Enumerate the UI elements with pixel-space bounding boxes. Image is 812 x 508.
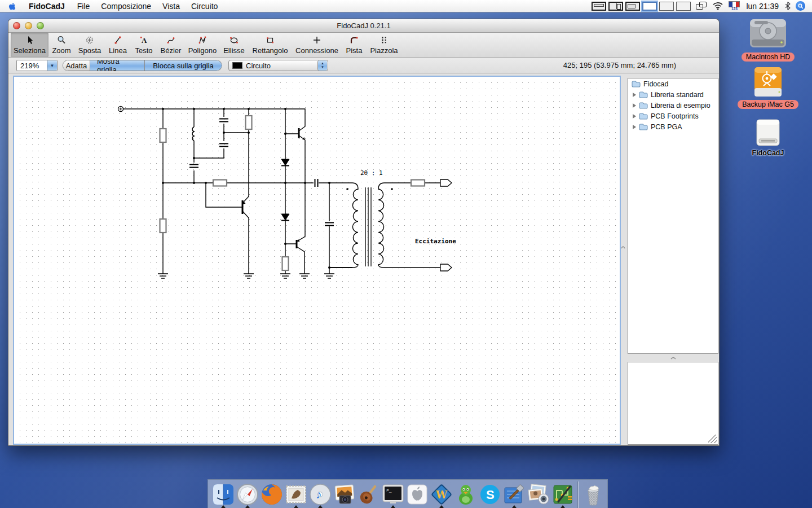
dock-mail[interactable]	[284, 481, 308, 507]
running-indicator	[391, 505, 395, 508]
tool-testo[interactable]: A Testo	[131, 33, 157, 57]
tool-bezier[interactable]: Bézier	[157, 33, 185, 57]
ground-symbols	[158, 274, 334, 278]
snap-grid-button[interactable]: Blocca sulla griglia	[145, 60, 222, 71]
input-terminal	[118, 107, 123, 112]
disclosure-triangle-icon[interactable]	[633, 125, 636, 129]
desktop-icon-macintosh-hd[interactable]: Macintosh HD	[737, 16, 799, 62]
menu-app[interactable]: FidoCadJ	[23, 0, 72, 12]
pager-window-shape	[628, 4, 636, 8]
window-resize-grip[interactable]	[708, 435, 717, 443]
tool-ellisse[interactable]: Ellisse	[220, 33, 248, 57]
layer-select[interactable]: Circuito ▲▼	[228, 60, 328, 71]
tool-connessione[interactable]: Connessione	[292, 33, 342, 57]
transistors	[242, 128, 305, 248]
desktop-pager-3[interactable]	[625, 2, 640, 11]
desktop-pager-5[interactable]	[659, 2, 674, 11]
horizontal-splitter-handle[interactable]	[669, 355, 677, 360]
desktop-icon-backup-imac-g5[interactable]: Backup iMac G5	[737, 65, 799, 109]
excitation-label: Eccitazione	[415, 238, 456, 245]
drawing-canvas[interactable]: 20 : 1 Eccitazione	[13, 76, 621, 445]
disclosure-triangle-icon[interactable]	[633, 114, 636, 119]
tool-sposta[interactable]: Sposta	[74, 33, 105, 57]
phase-dot	[346, 188, 348, 190]
tool-linea[interactable]: Linea	[105, 33, 131, 57]
dock-itunes[interactable]: ♪	[308, 481, 333, 507]
tool-pista[interactable]: Pista	[342, 33, 367, 57]
menu-circuito[interactable]: Circuito	[186, 0, 223, 12]
desktop-pager-6[interactable]	[676, 2, 691, 11]
tool-poligono[interactable]: Poligono	[185, 33, 220, 57]
tool-label: Poligono	[188, 46, 217, 55]
folder-icon	[632, 80, 641, 87]
transformer	[329, 183, 393, 268]
disclosure-triangle-icon[interactable]	[633, 103, 636, 108]
transformer-core	[365, 187, 371, 266]
dock-software[interactable]	[405, 481, 430, 507]
desktop-icon-fidocadj-disk[interactable]: FidoCadJ	[737, 119, 799, 157]
tool-label: Seleziona	[14, 46, 46, 55]
dock-xcode[interactable]	[502, 481, 526, 507]
apple-menu[interactable]	[0, 1, 23, 11]
dock-adium[interactable]	[453, 481, 478, 507]
menu-vista[interactable]: Vista	[157, 0, 186, 12]
tree-root-fidocad[interactable]: Fidocad	[628, 78, 718, 89]
dock-textwrangler[interactable]: W	[429, 481, 453, 507]
dock-safari[interactable]	[236, 481, 260, 507]
show-grid-button[interactable]: Mostra griglia	[90, 60, 145, 71]
cursor-coordinates: 425; 195 (53.975 mm; 24.765 mm)	[563, 61, 676, 69]
zoom-icon	[57, 35, 66, 45]
dock-finder[interactable]	[211, 481, 236, 507]
tool-piazzola[interactable]: Piazzola	[367, 33, 401, 57]
tool-label: Ellisse	[223, 46, 245, 55]
bluetooth-icon[interactable]	[785, 2, 791, 10]
wifi-icon[interactable]	[712, 2, 723, 10]
dock-trash[interactable]	[581, 481, 605, 507]
svg-text:S: S	[486, 488, 495, 502]
text-icon: A	[139, 35, 148, 45]
title-bar[interactable]: FidoCadJ 0.21.1	[8, 19, 719, 33]
tree-item-libreria-di-esempio[interactable]: Libreria di esempio	[628, 100, 718, 111]
menu-clock[interactable]: lun 21:39	[745, 2, 780, 11]
dock-garageband[interactable]	[357, 481, 381, 507]
spotlight-icon[interactable]	[796, 1, 805, 11]
tool-label: Sposta	[78, 46, 101, 55]
layer-stepper[interactable]: ▲▼	[317, 60, 327, 71]
polygon-icon	[198, 35, 207, 45]
tree-item-libreria-standard[interactable]: Libreria standard	[628, 89, 718, 100]
desktop-pager-1[interactable]	[592, 2, 606, 11]
resistors	[160, 116, 425, 270]
tree-item-pcb-footprints[interactable]: PCB Footprints	[628, 111, 718, 121]
menu-file[interactable]: File	[72, 0, 96, 12]
dock-skype[interactable]: S	[478, 481, 502, 507]
tool-rettangolo[interactable]: Rettangolo	[248, 33, 292, 57]
tool-zoom[interactable]: Zoom	[48, 33, 74, 57]
grid-button-group: Adatta Mostra griglia Blocca sulla grigl…	[63, 60, 222, 71]
dock-terminal[interactable]: >_	[381, 481, 405, 507]
tool-label: Connessione	[295, 46, 338, 55]
pager-window-shape	[617, 4, 621, 10]
dock-firefox[interactable]	[260, 481, 284, 507]
menu-composizione[interactable]: Composizione	[95, 0, 157, 12]
zoom-combo[interactable]: 219% ▼	[16, 60, 58, 71]
tool-seleziona[interactable]: Seleziona	[11, 33, 48, 57]
trash-full-icon	[581, 483, 605, 506]
desktop-pager-2[interactable]	[608, 2, 623, 11]
firewire-drive-icon	[750, 65, 786, 98]
dock-fidocadj[interactable]	[550, 481, 575, 507]
vertical-splitter-handle[interactable]	[620, 244, 626, 249]
desktop-icon-label: Macintosh HD	[742, 52, 795, 62]
disclosure-triangle-icon[interactable]	[633, 93, 636, 97]
tool-label: Zoom	[52, 46, 70, 55]
zoom-dropdown-button[interactable]: ▼	[47, 60, 57, 71]
tree-item-pcb-pga[interactable]: PCB PGA	[628, 121, 718, 132]
dock-photos[interactable]	[526, 481, 550, 507]
desktop-icon-label: Backup iMac G5	[738, 100, 798, 109]
tree-label: PCB PGA	[651, 123, 682, 131]
dock-iphoto[interactable]	[333, 481, 357, 507]
fit-button[interactable]: Adatta	[63, 60, 90, 71]
window-stack-icon[interactable]	[696, 2, 707, 11]
desktop-pager-4-active[interactable]	[642, 2, 657, 11]
keyboard-layout-menu[interactable]: 123	[729, 1, 740, 11]
macro-preview-panel	[628, 362, 718, 445]
